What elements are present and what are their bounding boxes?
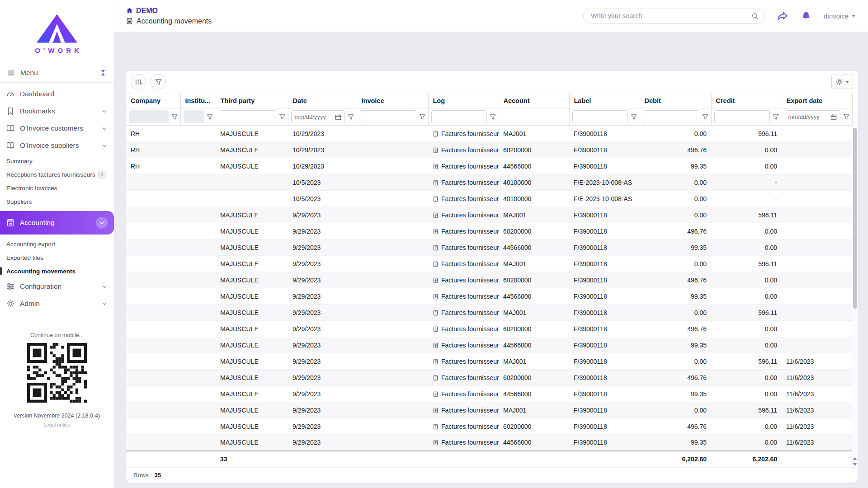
cell-third_party: MAJUSCULE [216, 256, 288, 272]
table-row[interactable]: RHMAJUSCULE10/29/2023Factures fournisseu… [126, 158, 852, 174]
table-row[interactable]: MAJUSCULE9/29/2023Factures fournisseursM… [126, 256, 852, 272]
cell-export_date [782, 158, 852, 174]
app-logo[interactable]: O'WORK [0, 0, 114, 63]
filter-input-debit[interactable] [643, 110, 699, 123]
cell-log: Factures fournisseurs [428, 207, 499, 223]
summary-credit: 6,202.60 [711, 451, 782, 467]
document-icon [433, 164, 439, 169]
filter-toggle-button[interactable] [151, 74, 166, 89]
scrollbar-thumb[interactable] [853, 128, 857, 309]
funnel-icon[interactable] [490, 114, 496, 120]
filter-cell-date: mm/dd/yyyy [288, 108, 357, 126]
sidebar-item-accounting[interactable]: Accounting [0, 211, 114, 235]
column-chooser-button[interactable] [131, 74, 146, 89]
user-menu[interactable]: dinvoice [824, 12, 855, 20]
summary-account [499, 451, 569, 467]
version-label: version Novembre 2024 (2.18.0-4) [0, 413, 114, 419]
cell-account: 60200000 [499, 272, 569, 288]
table-row[interactable]: MAJUSCULE9/29/2023Factures fournisseurs6… [126, 272, 852, 288]
table-row[interactable]: MAJUSCULE9/29/2023Factures fournisseurs4… [126, 435, 852, 451]
document-icon [433, 196, 439, 202]
cell-account: 60200000 [499, 321, 569, 337]
sidebar-item-bookmarks[interactable]: Bookmarks [0, 103, 114, 120]
vertical-scrollbar[interactable] [852, 126, 858, 467]
table-row[interactable]: 10/5/2023Factures fournisseurs40100000F/… [126, 174, 852, 191]
sidebar-item-accounting-movements[interactable]: Accounting movements [0, 264, 114, 278]
table-row[interactable]: MAJUSCULE9/29/2023Factures fournisseurs4… [126, 337, 852, 353]
calendar-icon[interactable] [335, 114, 341, 120]
table-row[interactable]: MAJUSCULE9/29/2023Factures fournisseursM… [126, 305, 852, 321]
mobile-hint: Continue on mobile... [0, 332, 114, 338]
table-row[interactable]: MAJUSCULE9/29/2023Factures fournisseursM… [126, 402, 852, 418]
sidebar-item-oinvoice-suppliers[interactable]: O'Invoice suppliers [0, 137, 114, 154]
table-row[interactable]: RHMAJUSCULE10/29/2023Factures fournisseu… [126, 126, 852, 142]
table-row[interactable]: RHMAJUSCULE10/29/2023Factures fournisseu… [126, 142, 852, 158]
legal-notice-link[interactable]: Legal notice [0, 422, 114, 427]
scroll-up-button[interactable] [853, 456, 857, 460]
search-input[interactable] [583, 9, 765, 23]
filter-date-export_date[interactable]: mm/dd/yyyy [785, 110, 840, 123]
sidebar-item-oinvoice-customers[interactable]: O'Invoice customers [0, 120, 114, 137]
filter-input-log[interactable] [431, 110, 487, 123]
funnel-icon[interactable] [171, 114, 178, 120]
column-header-company[interactable]: Company [126, 93, 180, 108]
filter-input-invoice[interactable] [360, 110, 416, 123]
sidebar-item-exported-files[interactable]: Exported files [0, 251, 114, 264]
hourglass-pin-icon[interactable] [99, 69, 107, 76]
filter-date-date[interactable]: mm/dd/yyyy [291, 110, 345, 123]
table-row[interactable]: MAJUSCULE9/29/2023Factures fournisseurs6… [126, 321, 852, 337]
calendar-icon[interactable] [830, 114, 837, 120]
column-header-institution[interactable]: Institu... [180, 93, 216, 108]
table-row[interactable]: MAJUSCULE9/29/2023Factures fournisseurs4… [126, 288, 852, 305]
column-header-account[interactable]: Account [499, 93, 569, 108]
funnel-icon[interactable] [279, 114, 285, 120]
funnel-icon[interactable] [631, 114, 637, 120]
column-header-invoice[interactable]: Invoice [357, 93, 428, 108]
sidebar-item-electronic-invoices[interactable]: Electronic Invoices [0, 181, 114, 195]
cell-debit: 496.76 [640, 223, 711, 239]
funnel-icon[interactable] [773, 114, 779, 120]
table-row[interactable]: MAJUSCULE9/29/2023Factures fournisseurs6… [126, 223, 852, 239]
cell-invoice [357, 272, 428, 288]
cell-date: 9/29/2023 [288, 370, 357, 386]
column-header-debit[interactable]: Debit [640, 93, 711, 108]
breadcrumb-root[interactable]: DEMO [126, 7, 212, 15]
table-row[interactable]: MAJUSCULE9/29/2023Factures fournisseurs4… [126, 239, 852, 256]
sidebar-item-admin[interactable]: Admin [0, 295, 114, 312]
column-header-third_party[interactable]: Third party [216, 93, 288, 108]
sidebar-item-suppliers[interactable]: Suppliers [0, 195, 114, 208]
cell-invoice [357, 126, 428, 142]
sidebar-item-receptions-factures[interactable]: Réceptions factures fournisseurs 0 [0, 168, 114, 181]
table-settings-button[interactable] [831, 75, 853, 89]
filter-input-third_party[interactable] [219, 110, 276, 123]
sidebar-item-configuration[interactable]: Configuration [0, 278, 114, 295]
scroll-down-button[interactable] [853, 462, 857, 466]
filter-input-label[interactable] [572, 110, 628, 123]
notifications-button[interactable] [800, 10, 812, 22]
funnel-icon[interactable] [348, 114, 354, 120]
share-button[interactable] [777, 10, 788, 22]
table-row[interactable]: MAJUSCULE9/29/2023Factures fournisseurs6… [126, 370, 852, 386]
search-icon[interactable] [751, 12, 759, 20]
sidebar-item-summary[interactable]: Summary [0, 154, 114, 168]
table-row[interactable]: MAJUSCULE9/29/2023Factures fournisseurs4… [126, 386, 852, 402]
column-header-credit[interactable]: Credit [711, 93, 782, 108]
table-row[interactable]: MAJUSCULE9/29/2023Factures fournisseursM… [126, 353, 852, 370]
funnel-icon[interactable] [702, 114, 708, 120]
column-header-export_date[interactable]: Export date [782, 93, 852, 108]
column-header-date[interactable]: Date [288, 93, 357, 108]
cell-date: 10/29/2023 [288, 158, 357, 174]
funnel-icon[interactable] [419, 114, 425, 120]
sidebar-menu-toggle[interactable]: Menu [0, 63, 114, 82]
filter-input-credit[interactable] [714, 110, 770, 123]
column-header-log[interactable]: Log [428, 93, 499, 108]
column-header-label[interactable]: Label [569, 93, 640, 108]
sidebar-item-dashboard[interactable]: Dashboard [0, 85, 114, 103]
table-row[interactable]: 10/5/2023Factures fournisseurs40100000F/… [126, 191, 852, 207]
table-row[interactable]: MAJUSCULE9/29/2023Factures fournisseursM… [126, 207, 852, 223]
table-row[interactable]: MAJUSCULE9/29/2023Factures fournisseurs6… [126, 418, 852, 435]
sidebar-item-accounting-export[interactable]: Accounting export [0, 237, 114, 251]
cell-invoice [357, 321, 428, 337]
funnel-icon[interactable] [207, 114, 213, 120]
funnel-icon[interactable] [843, 114, 849, 120]
